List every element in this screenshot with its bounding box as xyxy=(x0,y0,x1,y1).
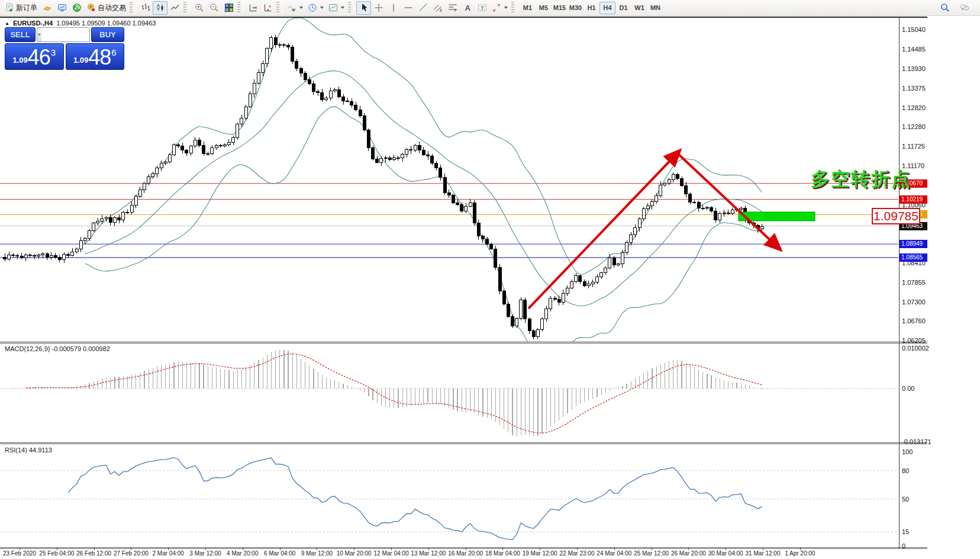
price-axis-border xyxy=(899,18,900,548)
macd-axis-tick: 0.010002 xyxy=(902,345,929,352)
timeframe-m5-button[interactable]: M5 xyxy=(536,2,552,14)
macd-pane-divider[interactable] xyxy=(0,342,927,343)
text-tool-icon: A xyxy=(463,3,472,12)
down-trend-arrow[interactable] xyxy=(679,155,779,249)
rsi-pane-divider[interactable] xyxy=(0,442,927,444)
chat-button[interactable] xyxy=(957,1,972,15)
indicators-button[interactable] xyxy=(285,1,305,15)
timeframe-m30-button[interactable]: M30 xyxy=(568,2,584,14)
timeframe-m1-button[interactable]: M1 xyxy=(520,2,536,14)
buy-price-button[interactable]: 1.09 48 6 xyxy=(66,43,125,70)
new-order-button[interactable]: 新订单 xyxy=(2,1,40,15)
indicators-icon xyxy=(287,3,296,12)
fibonacci-tool-icon: F xyxy=(448,3,457,12)
timeframe-h4-button[interactable]: H4 xyxy=(599,2,615,14)
time-axis-label: 16 Mar 20:00 xyxy=(448,550,483,557)
rsi-axis-tick: 15 xyxy=(902,528,909,535)
svg-text:T: T xyxy=(481,5,484,11)
macd-histogram xyxy=(13,350,762,436)
toolbar-separator xyxy=(189,2,190,14)
cursor-tool-button[interactable] xyxy=(356,1,371,15)
vertical-line-tool-button[interactable] xyxy=(386,1,401,15)
time-axis-label: 26 Mar 20:00 xyxy=(671,550,706,557)
candlestick-mode-button[interactable] xyxy=(153,1,167,15)
price-axis-tick: 1.12820 xyxy=(902,104,926,111)
horizontal-line-tool-button[interactable] xyxy=(401,1,415,15)
buy-button[interactable]: BUY xyxy=(91,27,124,42)
timeframe-m30-button-label: M30 xyxy=(569,4,582,11)
toolbar-handle xyxy=(130,2,133,14)
svg-text:A: A xyxy=(465,4,470,12)
new-order-button-label: 新订单 xyxy=(16,3,37,13)
time-axis-label: 25 Feb 04:00 xyxy=(39,550,74,557)
auto-scroll-button[interactable] xyxy=(246,1,260,15)
toolbar-handle xyxy=(237,2,240,14)
signals-button[interactable] xyxy=(69,1,84,15)
sell-button[interactable]: SELL xyxy=(5,27,36,42)
cursor-tool-icon xyxy=(359,3,369,12)
candlestick-series xyxy=(4,35,764,339)
text-label-tool-button[interactable]: T xyxy=(475,1,489,15)
toolbar-handle xyxy=(183,2,186,14)
level-price-badge: 1.08949 xyxy=(900,240,927,248)
price-axis-tick: 1.07855 xyxy=(902,279,926,286)
main-toolbar: 新订单自动交易EFATM1M5M15M30H1H4D1W1MN xyxy=(0,0,980,16)
toolbar-handle xyxy=(276,2,279,14)
chevron-down-icon xyxy=(341,7,344,9)
rsi-pane xyxy=(0,445,899,548)
up-trend-arrow[interactable] xyxy=(528,152,679,309)
time-axis-label: 30 Mar 04:00 xyxy=(708,550,743,557)
text-label-tool-icon: T xyxy=(478,3,487,12)
templates-button[interactable] xyxy=(326,1,347,15)
macd-pane xyxy=(0,344,899,442)
zoom-out-icon xyxy=(209,3,219,12)
timeframe-d1-button[interactable]: D1 xyxy=(615,2,631,14)
timeframe-m1-button-label: M1 xyxy=(523,4,532,11)
metaeditor-button[interactable] xyxy=(40,1,54,15)
arrows-tool-button[interactable] xyxy=(489,1,510,15)
tile-windows-button[interactable] xyxy=(221,1,236,15)
text-tool-button[interactable]: A xyxy=(460,1,475,15)
svg-text:E: E xyxy=(440,8,443,12)
time-axis-label: 19 Mar 12:00 xyxy=(523,550,557,557)
volume-input[interactable] xyxy=(41,28,90,41)
terminal-button[interactable] xyxy=(54,1,69,15)
auto-trading-button-label: 自动交易 xyxy=(98,3,126,13)
timeframe-w1-button[interactable]: W1 xyxy=(631,2,647,14)
chevron-down-icon xyxy=(299,7,303,9)
chart-shift-button[interactable] xyxy=(260,1,275,15)
rsi-axis-tick: 0 xyxy=(902,542,905,550)
crosshair-tool-button[interactable] xyxy=(371,1,386,15)
equidistant-channel-tool-icon: E xyxy=(433,3,443,12)
zoom-in-button[interactable] xyxy=(192,1,207,15)
time-axis-label: 23 Feb 2020 xyxy=(3,550,36,557)
periods-button[interactable] xyxy=(305,1,326,15)
sell-price-button[interactable]: 1.09 46 3 xyxy=(5,43,64,70)
time-axis-label: 25 Mar 12:00 xyxy=(634,550,669,557)
timeframe-h1-button[interactable]: H1 xyxy=(584,2,599,14)
price-axis-tick: 1.14485 xyxy=(902,46,926,53)
price-axis-tick: 1.11725 xyxy=(902,143,925,150)
arrows-tool-icon xyxy=(492,3,501,12)
volume-decrease-button[interactable]: ▼ xyxy=(37,28,41,41)
timeframe-m15-button-label: M15 xyxy=(553,4,566,11)
auto-trading-button[interactable]: 自动交易 xyxy=(84,1,128,15)
price-tag-annotation[interactable]: 1.09785 xyxy=(872,208,920,224)
macd-axis-tick: -0.013171 xyxy=(902,438,931,445)
price-axis-tick: 1.07300 xyxy=(902,298,926,306)
zoom-out-button[interactable] xyxy=(207,1,221,15)
note-annotation[interactable]: 多空转折点 xyxy=(811,166,911,192)
bar-chart-mode-button[interactable] xyxy=(138,1,153,15)
timeframe-mn-button[interactable]: MN xyxy=(647,2,663,14)
timeframe-m15-button[interactable]: M15 xyxy=(552,2,568,14)
search-button[interactable] xyxy=(937,1,952,15)
time-axis-label: 6 Mar 04:00 xyxy=(264,550,295,557)
time-axis-label: 1 Apr 20:00 xyxy=(785,550,815,557)
time-axis-label: 31 Mar 12:00 xyxy=(746,550,781,557)
fibonacci-tool-button[interactable]: F xyxy=(445,1,460,15)
line-chart-mode-button[interactable] xyxy=(167,1,182,15)
symbol-collapse-icon[interactable]: ▲ xyxy=(5,21,9,26)
highlight-rectangle[interactable] xyxy=(739,212,815,221)
equidistant-channel-tool-button[interactable]: E xyxy=(430,1,445,15)
trendline-tool-button[interactable] xyxy=(415,1,430,15)
